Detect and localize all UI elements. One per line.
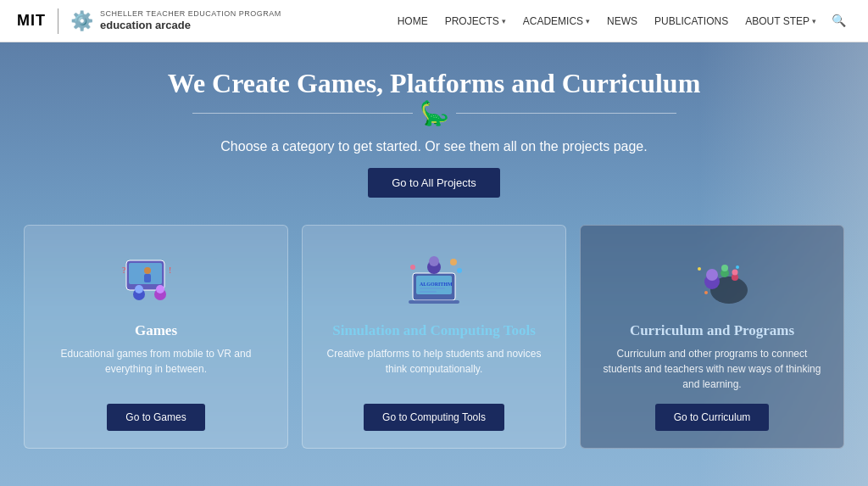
svg-point-29 <box>736 265 739 269</box>
hero-title: We Create Games, Platforms and Curriculu… <box>17 68 851 99</box>
games-card-icon-area: ? ! <box>118 239 194 316</box>
games-card-title: Games <box>135 322 177 339</box>
computing-card-description: Creative platforms to help students and … <box>320 346 548 392</box>
curriculum-card-description: Curriculum and other programs to connect… <box>598 346 826 392</box>
nav-home[interactable]: HOME <box>391 10 435 32</box>
svg-point-30 <box>704 291 708 294</box>
hero-mascot: 🦕 <box>420 99 449 127</box>
logo-divider <box>58 8 58 34</box>
svg-point-16 <box>457 268 462 273</box>
cards-section: ? ! Games Educational games from mobile … <box>0 215 868 459</box>
edu-arcade-brand: SCHELLER TEACHER EDUCATION PROGRAM educa… <box>100 9 281 31</box>
computing-illustration: ALGORITHM <box>396 243 472 311</box>
separator-line-right <box>456 113 676 114</box>
computing-card-title: Simulation and Computing Tools <box>332 322 536 339</box>
computing-card: ALGORITHM Simulation and Computing Tools… <box>302 225 566 449</box>
svg-point-15 <box>450 259 457 265</box>
all-projects-button[interactable]: Go to All Projects <box>368 168 500 198</box>
nav-about-step[interactable]: ABOUT STEP ▾ <box>738 10 823 32</box>
svg-text:?: ? <box>122 265 126 275</box>
svg-point-14 <box>429 256 439 266</box>
mit-logo: MIT <box>17 12 46 30</box>
logo-area: MIT ⚙️ SCHELLER TEACHER EDUCATION PROGRA… <box>17 8 281 34</box>
svg-point-27 <box>732 270 738 276</box>
svg-rect-9 <box>144 274 151 282</box>
hero-section: We Create Games, Platforms and Curriculu… <box>0 42 868 215</box>
svg-rect-12 <box>409 300 459 304</box>
hero-subtitle: Choose a category to get started. Or see… <box>17 139 851 154</box>
go-to-computing-tools-button[interactable]: Go to Computing Tools <box>364 404 504 431</box>
svg-point-28 <box>698 267 701 271</box>
curriculum-illustration <box>674 243 750 311</box>
nav-news[interactable]: NEWS <box>600 10 644 32</box>
svg-point-23 <box>706 269 718 281</box>
games-illustration: ? ! <box>118 243 194 311</box>
main-nav: HOME PROJECTS ▾ ACADEMICS ▾ NEWS PUBLICA… <box>391 8 851 33</box>
main-content: We Create Games, Platforms and Curriculu… <box>0 42 868 486</box>
program-name-main: education arcade <box>100 19 191 31</box>
curriculum-card-title: Curriculum and Programs <box>630 322 794 339</box>
academics-dropdown-arrow: ▾ <box>586 17 590 25</box>
curriculum-card: Curriculum and Programs Curriculum and o… <box>580 225 844 449</box>
curriculum-card-icon-area <box>674 239 750 316</box>
svg-rect-20 <box>420 291 437 293</box>
search-icon[interactable]: 🔍 <box>826 8 851 33</box>
program-name-small: SCHELLER TEACHER EDUCATION PROGRAM <box>100 9 281 19</box>
go-to-games-button[interactable]: Go to Games <box>107 404 204 431</box>
nav-publications[interactable]: PUBLICATIONS <box>648 10 735 32</box>
hero-separator: 🦕 <box>17 99 851 127</box>
svg-point-5 <box>156 285 164 293</box>
games-card-description: Educational games from mobile to VR and … <box>42 346 270 392</box>
svg-text:!: ! <box>169 265 171 275</box>
games-card: ? ! Games Educational games from mobile … <box>24 225 288 449</box>
svg-text:ALGORITHM: ALGORITHM <box>420 282 453 287</box>
svg-point-25 <box>721 265 728 271</box>
site-header: MIT ⚙️ SCHELLER TEACHER EDUCATION PROGRA… <box>0 0 868 42</box>
computing-card-icon-area: ALGORITHM <box>396 239 472 316</box>
svg-point-17 <box>410 265 415 270</box>
svg-rect-19 <box>420 288 445 289</box>
svg-point-3 <box>135 285 143 293</box>
svg-point-8 <box>144 267 151 274</box>
go-to-curriculum-button[interactable]: Go to Curriculum <box>655 404 770 431</box>
nav-academics[interactable]: ACADEMICS ▾ <box>516 10 597 32</box>
about-step-dropdown-arrow: ▾ <box>812 17 816 25</box>
logo-icon: ⚙️ <box>70 10 93 32</box>
separator-line-left <box>192 113 413 114</box>
projects-dropdown-arrow: ▾ <box>502 17 506 25</box>
nav-projects[interactable]: PROJECTS ▾ <box>438 10 513 32</box>
